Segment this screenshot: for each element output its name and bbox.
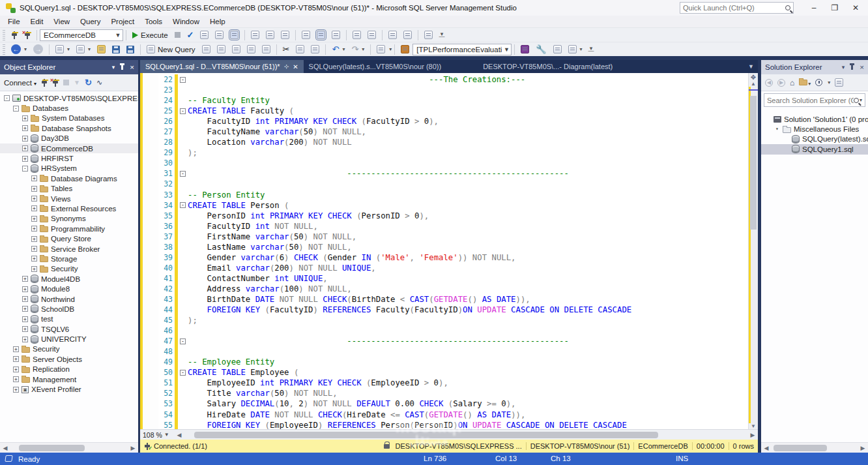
line-number[interactable]: 45 [158, 316, 173, 325]
code-line-34[interactable]: 34-CREATE TABLE Person ( [158, 200, 747, 211]
oe-item-security[interactable]: +Security [0, 264, 138, 274]
collapse-icon[interactable]: - [180, 202, 186, 208]
code-line-31[interactable]: 31- ------------------------------------… [158, 168, 747, 179]
code-line-39[interactable]: 39 Gender varchar(6) CHECK (Gender IN ('… [158, 252, 747, 263]
code-line-50[interactable]: 50-CREATE TABLE Employee ( [158, 367, 747, 378]
oe-item-replication[interactable]: +Replication [0, 365, 138, 374]
expander-icon[interactable]: + [22, 286, 28, 292]
undo-button[interactable]: ↶▾ [328, 43, 348, 56]
expander-icon[interactable]: + [13, 367, 19, 372]
line-number[interactable]: 41 [158, 274, 173, 283]
back-icon[interactable]: ◀ [765, 79, 773, 87]
comment-button[interactable] [349, 29, 364, 42]
line-number[interactable]: 29 [158, 148, 173, 157]
expander-icon[interactable]: - [22, 166, 28, 172]
specify-values-button[interactable] [421, 29, 436, 42]
live-query-stats-button[interactable] [263, 29, 278, 42]
code-line-47[interactable]: 47- ------------------------------------… [158, 336, 747, 346]
fold-margin[interactable]: - [178, 108, 188, 114]
find-button[interactable] [398, 43, 412, 56]
se-item-miscellaneous-files[interactable]: ▾Miscellaneous Files [761, 124, 868, 134]
splitter-grip-icon[interactable]: ✥ [751, 74, 756, 81]
expander-icon[interactable]: + [22, 337, 28, 342]
line-number[interactable]: 34 [158, 201, 173, 210]
add-to-source-control-button[interactable] [94, 43, 109, 56]
code-line-51[interactable]: 51 EmployeeID int PRIMARY KEY CHECK (Emp… [158, 378, 747, 388]
open-file-button[interactable]: ▾ [73, 43, 94, 56]
oe-item-northwind[interactable]: +Northwind [0, 294, 138, 304]
copy-button[interactable] [293, 43, 308, 56]
scroll-left-icon[interactable]: ◀ [175, 432, 183, 438]
code-line-27[interactable]: 27 FacultyName varchar(50) NOT NULL, [158, 127, 747, 137]
oe-item-management[interactable]: +Management [0, 374, 138, 384]
expander-icon[interactable]: + [13, 387, 19, 393]
activity-monitor-icon[interactable]: ∿ [96, 78, 102, 87]
expander-icon[interactable]: + [31, 205, 37, 211]
document-tab-1[interactable]: SQLQuery1.sql - D...VT85M0S\nour (51))*⊹… [140, 60, 304, 73]
pending-changes-icon[interactable] [815, 79, 822, 86]
code-line-44[interactable]: 44 FOREIGN KEY (FacultyID) REFERENCES Fa… [158, 305, 747, 315]
dropdown-icon[interactable]: ▾ [828, 80, 830, 85]
editor-zoom-combo[interactable]: 108 %▼ [140, 430, 174, 440]
intellisense-toggle-button[interactable] [227, 29, 242, 42]
se-item-sqlquery-latest-sql[interactable]: SQLQuery(latest).sql [761, 134, 868, 144]
expander-icon[interactable]: - [4, 95, 10, 101]
collapse-icon[interactable]: - [180, 171, 186, 177]
line-number[interactable]: 49 [158, 357, 173, 367]
sql-si-query-button[interactable] [259, 43, 274, 56]
navigate-forward-button[interactable]: → [30, 43, 46, 56]
code-line-54[interactable]: 54 HireDate DATE NOT NULL CHECK(HireDate… [158, 410, 747, 420]
code-line-32[interactable]: 32 [158, 179, 747, 189]
navigate-back-button[interactable]: ←▾ [8, 43, 30, 56]
line-number[interactable]: 22 [158, 75, 173, 84]
oe-item-ecommercedb[interactable]: +ECommerceDB [0, 143, 138, 153]
expander-icon[interactable]: + [31, 266, 37, 272]
close-icon[interactable]: × [860, 63, 864, 71]
editor-vscrollbar[interactable]: ✥ ▲ ▼ [748, 73, 758, 429]
line-number[interactable]: 55 [158, 421, 173, 429]
code-line-35[interactable]: 35 PersonID int PRIMARY KEY CHECK (Perso… [158, 211, 747, 221]
status-server[interactable]: DESKTOP-VT85M0S\SQLEXPRESS ... [396, 442, 522, 450]
connect-dropdown[interactable]: Connect ▾ [4, 79, 36, 87]
line-number[interactable]: 25 [158, 106, 173, 115]
menu-window[interactable]: Window [167, 17, 205, 26]
menu-query[interactable]: Query [75, 17, 106, 26]
oe-item-test[interactable]: +test [0, 314, 138, 324]
code-line-42[interactable]: 42 Address varchar(100) NOT NULL, [158, 284, 747, 294]
code-line-22[interactable]: 22- ---The Creations:--- [158, 74, 747, 85]
line-number[interactable]: 31 [158, 169, 173, 178]
results-to-text-button[interactable] [298, 29, 313, 42]
line-number[interactable]: 54 [158, 410, 173, 419]
status-database[interactable]: ECommerceDB [638, 442, 687, 450]
expander-icon[interactable]: - [13, 106, 19, 112]
save-all-button[interactable] [123, 43, 137, 56]
code-line-23[interactable]: 23 [158, 85, 747, 95]
new-item-button[interactable]: ▾ [52, 43, 73, 56]
line-number[interactable]: 28 [158, 138, 173, 147]
line-number[interactable]: 44 [158, 305, 173, 314]
find-combo[interactable]: [TPLPerformanceEvaluation]▼ [412, 44, 512, 55]
analysis-mdx-query-button[interactable] [214, 43, 229, 56]
oe-item-views[interactable]: +Views [0, 194, 138, 203]
include-actual-plan-button[interactable] [248, 29, 263, 42]
menu-edit[interactable]: Edit [25, 17, 49, 26]
expander-icon[interactable]: + [22, 326, 28, 332]
code-line-41[interactable]: 41 ContactNumber int UNIQUE, [158, 273, 747, 284]
line-number[interactable]: 23 [158, 85, 173, 95]
code-line-25[interactable]: 25-CREATE TABLE Faculty ( [158, 106, 747, 116]
connect-icon[interactable] [41, 79, 48, 87]
fold-margin[interactable]: - [178, 338, 188, 344]
pin-icon[interactable]: ⊹ [284, 63, 289, 70]
oe-item-module8[interactable]: +Module8 [0, 284, 138, 293]
expander-icon[interactable]: + [31, 226, 37, 232]
expander-icon[interactable]: + [31, 196, 37, 202]
expander-icon[interactable]: + [31, 186, 37, 192]
cancel-query-button[interactable] [171, 29, 184, 42]
close-icon[interactable]: × [130, 63, 134, 71]
line-number[interactable]: 39 [158, 253, 173, 262]
toolbar-overflow-icon[interactable]: ▾— [588, 47, 594, 52]
pin-icon[interactable] [121, 65, 123, 70]
close-icon[interactable]: ✕ [293, 63, 298, 70]
display-estimated-plan-button[interactable] [197, 29, 212, 42]
solution-search-input[interactable] [767, 97, 854, 104]
